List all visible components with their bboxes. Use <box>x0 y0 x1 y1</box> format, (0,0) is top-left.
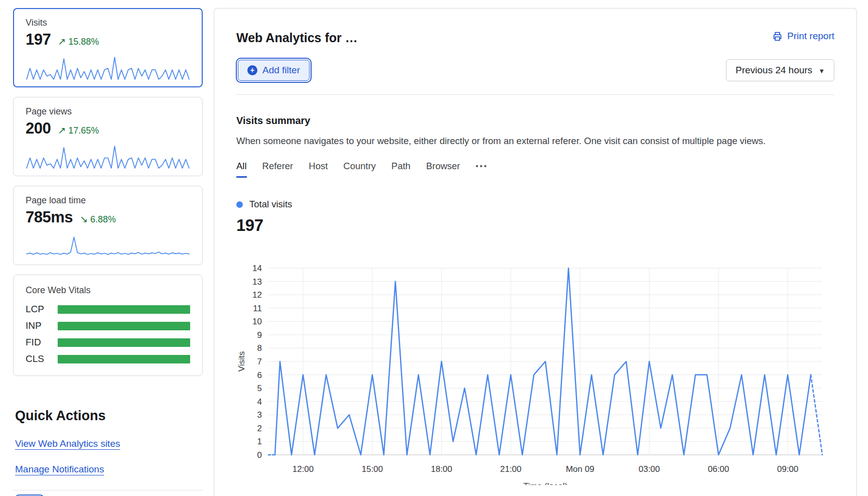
metric-value: 197 <box>26 31 51 49</box>
time-range-dropdown[interactable]: Previous 24 hours ▼ <box>726 59 834 81</box>
svg-text:10: 10 <box>252 317 262 326</box>
core-web-vitals-rows: LCP INP FID CLS <box>26 304 190 364</box>
cwv-metric-name: INP <box>26 320 49 331</box>
svg-text:9: 9 <box>257 330 262 340</box>
cwv-row-fid: FID <box>26 337 190 348</box>
svg-text:12:00: 12:00 <box>293 464 314 474</box>
svg-text:15:00: 15:00 <box>362 464 383 474</box>
metric-delta: ↘6.88% <box>80 213 116 225</box>
svg-text:11: 11 <box>253 304 262 313</box>
svg-text:Mon 09: Mon 09 <box>566 464 595 474</box>
add-filter-label: Add filter <box>262 65 300 76</box>
cwv-good-bar <box>58 355 190 363</box>
svg-text:03:00: 03:00 <box>639 464 660 474</box>
tab-path[interactable]: Path <box>391 161 410 178</box>
metric-card-page-load-time[interactable]: Page load time 785ms ↘6.88% <box>13 186 203 265</box>
svg-text:18:00: 18:00 <box>431 464 453 474</box>
more-tabs-button[interactable]: ••• <box>476 162 488 178</box>
metric-delta: ↗17.65% <box>58 125 99 136</box>
svg-text:3: 3 <box>257 410 262 420</box>
printer-icon <box>772 31 783 42</box>
metric-delta: ↗15.88% <box>58 36 99 47</box>
svg-text:0: 0 <box>257 450 262 460</box>
cwv-metric-name: CLS <box>26 353 49 364</box>
caret-down-icon: ▼ <box>818 66 825 75</box>
svg-text:13: 13 <box>252 277 262 287</box>
manage-notifications-link[interactable]: Manage Notifications <box>15 464 104 475</box>
print-report-label: Print report <box>787 31 834 42</box>
section-title: Visits summary <box>236 115 834 127</box>
page-views-sparkline <box>26 144 190 170</box>
tab-host[interactable]: Host <box>309 161 328 178</box>
svg-text:Visits: Visits <box>237 351 246 371</box>
delta-percent: 6.88% <box>90 214 116 224</box>
tab-referer[interactable]: Referer <box>262 161 294 178</box>
cwv-row-cls: CLS <box>26 353 190 364</box>
cwv-row-lcp: LCP <box>26 304 190 315</box>
tab-browser[interactable]: Browser <box>426 161 460 178</box>
metric-value: 785ms <box>26 208 73 226</box>
page-title: Web Analytics for … <box>236 31 358 45</box>
svg-text:12: 12 <box>252 290 262 300</box>
cwv-row-inp: INP <box>26 320 190 331</box>
metric-label: Page load time <box>26 195 190 206</box>
visits-line-chart: 0123456789101112131412:0015:0018:0021:00… <box>236 255 833 485</box>
svg-text:5: 5 <box>257 384 262 393</box>
divider <box>13 490 203 490</box>
tab-all[interactable]: All <box>236 161 247 178</box>
metric-card-page-views[interactable]: Page views 200 ↗17.65% <box>13 97 203 176</box>
cwv-metric-name: LCP <box>26 304 49 315</box>
trend-up-icon: ↗ <box>58 125 66 136</box>
panel-header: Web Analytics for … Print report + Add f… <box>214 9 856 95</box>
metric-value: 200 <box>26 119 51 138</box>
trend-down-icon: ↘ <box>80 214 88 224</box>
visits-sparkline <box>26 55 190 81</box>
visits-summary-section: Visits summary When someone navigates to… <box>214 95 856 485</box>
delta-percent: 17.65% <box>68 126 99 136</box>
legend-label: Total visits <box>249 199 292 210</box>
analytics-panel: Web Analytics for … Print report + Add f… <box>214 8 857 496</box>
svg-text:6: 6 <box>257 370 262 380</box>
metrics-sidebar: Visits 197 ↗15.88% Page views 200 ↗17.65… <box>13 8 203 496</box>
svg-text:06:00: 06:00 <box>708 464 730 474</box>
add-filter-button[interactable]: + Add filter <box>238 60 310 81</box>
time-range-label: Previous 24 hours <box>736 65 812 76</box>
cwv-good-bar <box>58 338 190 347</box>
tab-country[interactable]: Country <box>343 161 376 178</box>
cwv-good-bar <box>58 305 190 314</box>
svg-text:4: 4 <box>257 397 262 407</box>
trend-up-icon: ↗ <box>58 36 66 47</box>
delta-percent: 15.88% <box>68 37 99 47</box>
svg-text:8: 8 <box>257 343 262 353</box>
dimension-tabs: All Referer Host Country Path Browser ••… <box>236 161 834 178</box>
metric-label: Visits <box>26 18 190 28</box>
section-description: When someone navigates to your website, … <box>236 136 834 147</box>
cwv-metric-name: FID <box>26 337 49 348</box>
metric-label: Page views <box>26 106 190 117</box>
svg-text:2: 2 <box>257 424 262 433</box>
svg-text:7: 7 <box>257 357 262 366</box>
svg-text:09:00: 09:00 <box>777 464 799 474</box>
svg-text:Time (local): Time (local) <box>523 481 567 485</box>
view-web-analytics-sites-link[interactable]: View Web Analytics sites <box>15 438 120 449</box>
print-report-link[interactable]: Print report <box>772 31 834 42</box>
svg-text:14: 14 <box>252 264 262 273</box>
page-load-sparkline <box>26 232 190 259</box>
total-visits-value: 197 <box>236 216 834 235</box>
core-web-vitals-card[interactable]: Core Web Vitals LCP INP FID CLS <box>13 275 203 376</box>
cwv-good-bar <box>58 322 190 330</box>
plus-icon: + <box>247 65 257 75</box>
quick-actions-title: Quick Actions <box>15 408 203 424</box>
core-web-vitals-title: Core Web Vitals <box>26 285 190 296</box>
svg-text:1: 1 <box>257 437 262 446</box>
svg-text:21:00: 21:00 <box>500 464 522 474</box>
metric-card-visits[interactable]: Visits 197 ↗15.88% <box>13 8 203 87</box>
legend-dot-icon <box>236 201 243 208</box>
chart-legend: Total visits <box>236 199 834 210</box>
